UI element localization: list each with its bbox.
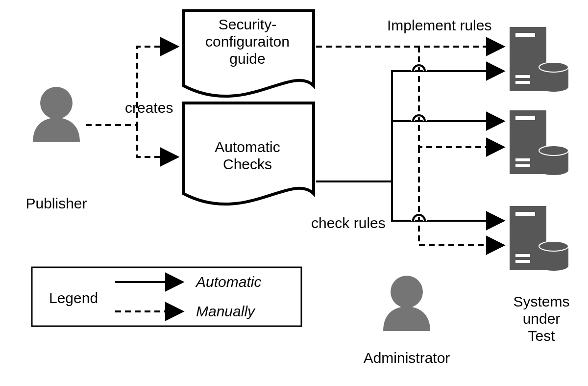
systems-label-2: under bbox=[523, 310, 561, 327]
publisher-label: Publisher bbox=[25, 195, 87, 211]
diagram: Publisher creates Security- configuraito… bbox=[0, 0, 588, 386]
server-icon-1 bbox=[510, 27, 568, 92]
svg-point-18 bbox=[539, 241, 568, 251]
svg-rect-15 bbox=[515, 254, 530, 257]
edge-checks-server3 bbox=[392, 181, 502, 221]
svg-rect-10 bbox=[515, 164, 530, 167]
svg-point-6 bbox=[539, 62, 568, 72]
svg-rect-16 bbox=[515, 260, 530, 263]
check-label: check rules bbox=[311, 215, 386, 231]
svg-rect-8 bbox=[515, 116, 535, 120]
document-guide: Security- configuraiton guide bbox=[184, 11, 314, 96]
checks-text-2: Checks bbox=[223, 156, 272, 172]
svg-rect-14 bbox=[515, 212, 535, 216]
edge-guide-server2 bbox=[419, 47, 502, 147]
svg-rect-3 bbox=[515, 75, 530, 78]
administrator-icon bbox=[383, 276, 430, 331]
legend-manually: Manually bbox=[196, 303, 256, 319]
implement-label: Implement rules bbox=[387, 17, 491, 33]
systems-label-3: Test bbox=[528, 328, 555, 344]
legend-automatic: Automatic bbox=[195, 274, 261, 290]
svg-rect-2 bbox=[515, 33, 535, 37]
guide-text-1: Security- bbox=[219, 16, 276, 32]
guide-text-3: guide bbox=[229, 51, 265, 67]
svg-rect-4 bbox=[515, 81, 530, 84]
svg-point-0 bbox=[40, 87, 73, 119]
server-icon-3 bbox=[510, 206, 568, 271]
publisher-icon bbox=[33, 87, 80, 142]
checks-text-1: Automatic bbox=[215, 139, 280, 155]
server-icon-2 bbox=[510, 110, 568, 175]
legend-title: Legend bbox=[49, 290, 98, 306]
systems-label-1: Systems bbox=[513, 293, 569, 309]
document-checks: Automatic Checks bbox=[184, 103, 314, 204]
legend-box: Legend Automatic Manually bbox=[32, 267, 301, 326]
svg-point-19 bbox=[391, 276, 423, 308]
svg-rect-9 bbox=[515, 158, 530, 161]
creates-label: creates bbox=[125, 100, 173, 116]
guide-text-2: configuraiton bbox=[205, 33, 290, 50]
svg-point-12 bbox=[539, 146, 568, 155]
edge-checks-server1 bbox=[316, 71, 502, 181]
edge-publisher-to-checks bbox=[137, 125, 176, 157]
administrator-label: Administrator bbox=[364, 350, 450, 366]
edge-guide-server3 bbox=[419, 147, 502, 245]
